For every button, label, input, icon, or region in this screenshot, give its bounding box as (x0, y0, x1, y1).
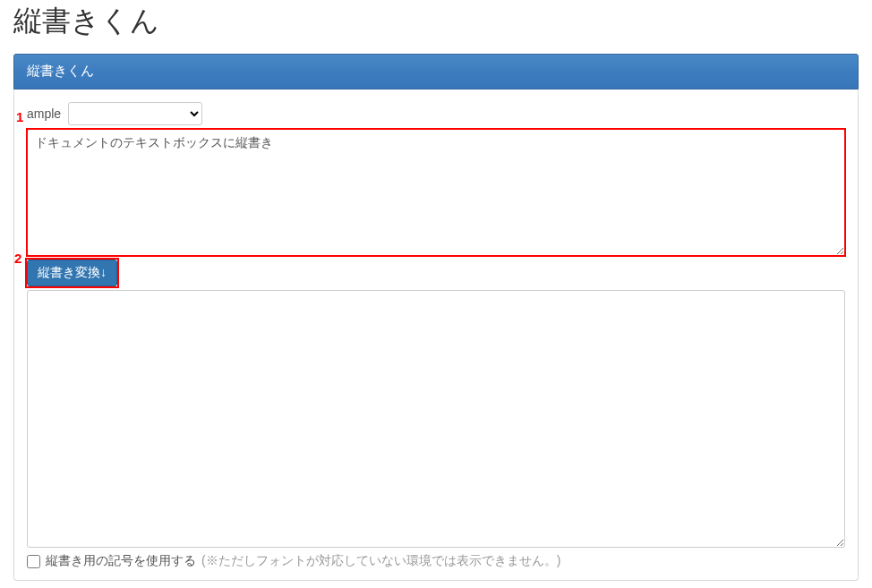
convert-button[interactable]: 縦書き変換↓ (27, 260, 117, 286)
checkbox-hint: (※ただしフォントが対応していない環境では表示できません。) (201, 553, 560, 569)
annotation-number-1: 1 (16, 109, 23, 124)
panel-title: 縦書きくん (27, 63, 94, 78)
input-textarea[interactable] (27, 129, 845, 256)
vertical-symbols-checkbox[interactable] (27, 555, 40, 568)
checkbox-label: 縦書き用の記号を使用する (46, 553, 196, 569)
page-title: 縦書きくん (13, 2, 859, 41)
sample-label: ample (27, 107, 61, 121)
output-textarea[interactable] (27, 290, 845, 548)
panel-header: 縦書きくん (13, 54, 859, 89)
main-panel: 縦書きくん ample 1 縦書き変換↓ 2 (13, 54, 859, 581)
sample-select[interactable] (68, 102, 202, 125)
annotation-number-2: 2 (14, 251, 21, 266)
